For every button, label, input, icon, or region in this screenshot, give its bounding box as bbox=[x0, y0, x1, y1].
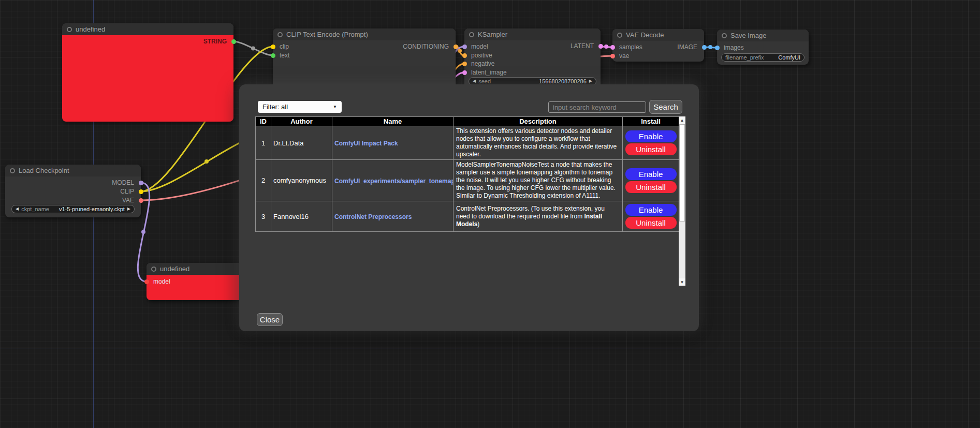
input-dot-negative[interactable] bbox=[462, 62, 467, 66]
previous-arrow-icon[interactable]: ◀ bbox=[16, 207, 19, 211]
table-header-row: ID Author Name Description Install bbox=[256, 117, 679, 126]
cell-id: 2 bbox=[256, 160, 271, 201]
input-dot-vae[interactable] bbox=[610, 54, 615, 58]
enable-button[interactable]: Enable bbox=[625, 168, 677, 180]
node-title-bar[interactable]: VAE Decode bbox=[612, 29, 704, 41]
node-title-bar[interactable]: undefined bbox=[147, 263, 250, 275]
filter-select[interactable]: Filter: all ▼ bbox=[258, 101, 342, 113]
collapse-icon[interactable] bbox=[67, 27, 72, 32]
node-undefined-bottom[interactable]: undefined model bbox=[147, 263, 250, 300]
enable-button[interactable]: Enable bbox=[625, 204, 677, 216]
collapse-icon[interactable] bbox=[277, 32, 283, 37]
input-slot-text[interactable]: text bbox=[273, 52, 456, 59]
output-dot-model[interactable] bbox=[139, 181, 143, 185]
widget-value: ComfyUI bbox=[778, 54, 800, 61]
decrement-arrow-icon[interactable]: ◀ bbox=[473, 79, 476, 83]
next-arrow-icon[interactable]: ▶ bbox=[127, 207, 130, 211]
collapse-icon[interactable] bbox=[10, 168, 15, 173]
output-slot-conditioning[interactable]: CONDITIONING bbox=[273, 43, 456, 50]
collapse-icon[interactable] bbox=[722, 33, 727, 38]
input-dot-positive[interactable] bbox=[462, 53, 467, 58]
missing-node-body bbox=[62, 35, 233, 122]
output-dot-latent[interactable] bbox=[598, 44, 603, 49]
node-title-bar[interactable]: KSampler bbox=[464, 28, 601, 40]
output-dot-clip[interactable] bbox=[139, 189, 143, 194]
cell-name: ComfyUI Impact Pack bbox=[332, 126, 454, 160]
node-undefined-top[interactable]: undefined STRING bbox=[62, 23, 233, 122]
slot-label: LATENT bbox=[571, 42, 594, 50]
collapse-icon[interactable] bbox=[469, 32, 474, 37]
output-dot-image[interactable] bbox=[702, 45, 707, 50]
cell-name: ComfyUI_experiments/sampler_tonemap bbox=[332, 160, 454, 201]
node-vae-decode[interactable]: VAE Decode samples vae IMAGE bbox=[612, 29, 704, 62]
output-dot-string[interactable] bbox=[231, 39, 236, 44]
input-dot-latent-image[interactable] bbox=[462, 70, 467, 75]
input-slot-model[interactable]: model bbox=[147, 278, 250, 285]
slot-label: vae bbox=[619, 52, 629, 60]
table-scrollbar[interactable]: ▲ ▼ bbox=[679, 116, 685, 286]
input-slot-images[interactable]: images bbox=[717, 44, 809, 51]
node-save-image[interactable]: Save Image images filename_prefix ComfyU… bbox=[717, 29, 809, 65]
custom-nodes-manager-dialog: Filter: all ▼ Search ID Author Name Desc… bbox=[239, 84, 699, 331]
filename-prefix-widget[interactable]: filename_prefix ComfyUI bbox=[721, 53, 805, 62]
scrollbar-thumb[interactable] bbox=[679, 124, 685, 222]
cell-install: EnableUninstall bbox=[623, 201, 679, 232]
uninstall-button[interactable]: Uninstall bbox=[625, 217, 677, 229]
cell-author: comfyanonymous bbox=[271, 160, 332, 201]
input-slot-vae[interactable]: vae bbox=[612, 52, 704, 60]
node-title: CLIP Text Encode (Prompt) bbox=[286, 31, 368, 38]
header-description: Description bbox=[454, 117, 623, 126]
slot-label: VAE bbox=[122, 197, 134, 204]
input-dot-images[interactable] bbox=[715, 46, 720, 50]
filter-select-label: Filter: all bbox=[262, 103, 288, 111]
ckpt-name-widget[interactable]: ◀ ckpt_name v1-5-pruned-emaonly.ckpt ▶ bbox=[11, 205, 135, 213]
increment-arrow-icon[interactable]: ▶ bbox=[589, 79, 592, 83]
output-slot-image[interactable]: IMAGE bbox=[612, 43, 704, 51]
search-input[interactable] bbox=[548, 101, 646, 113]
node-title: VAE Decode bbox=[626, 31, 664, 39]
input-slot-negative[interactable]: negative bbox=[464, 60, 601, 67]
extension-name-link[interactable]: ControlNet Preprocessors bbox=[334, 213, 412, 220]
link-midpoint-dot bbox=[458, 49, 462, 53]
enable-button[interactable]: Enable bbox=[625, 130, 677, 142]
extension-name-link[interactable]: ComfyUI_experiments/sampler_tonemap bbox=[334, 178, 454, 185]
slot-label: text bbox=[280, 52, 289, 59]
node-title-bar[interactable]: Load Checkpoint bbox=[5, 165, 141, 176]
output-dot-vae[interactable] bbox=[139, 198, 143, 203]
scroll-down-icon[interactable]: ▼ bbox=[679, 278, 685, 286]
output-slot-clip[interactable]: CLIP bbox=[5, 188, 141, 195]
slot-label: MODEL bbox=[112, 179, 134, 186]
widget-name: seed bbox=[478, 78, 491, 84]
collapse-icon[interactable] bbox=[151, 267, 156, 272]
node-title-bar[interactable]: CLIP Text Encode (Prompt) bbox=[273, 28, 456, 40]
node-title-bar[interactable]: undefined bbox=[62, 23, 233, 35]
output-slot-string[interactable]: STRING bbox=[62, 38, 233, 45]
input-dot-text[interactable] bbox=[271, 53, 275, 58]
node-load-checkpoint[interactable]: Load Checkpoint MODEL CLIP VAE ◀ ckpt_na… bbox=[5, 165, 141, 217]
table-row: 3Fannovel16ControlNet PreprocessorsContr… bbox=[256, 201, 679, 232]
uninstall-button[interactable]: Uninstall bbox=[625, 143, 677, 155]
output-slot-model[interactable]: MODEL bbox=[5, 179, 141, 186]
node-graph-canvas[interactable]: undefined STRING CLIP Text Encode (Promp… bbox=[0, 0, 980, 428]
extension-name-link[interactable]: ComfyUI Impact Pack bbox=[334, 140, 398, 147]
output-slot-vae[interactable]: VAE bbox=[5, 197, 141, 204]
uninstall-button[interactable]: Uninstall bbox=[625, 181, 677, 193]
input-slot-latent-image[interactable]: latent_image bbox=[464, 69, 601, 76]
scroll-up-icon[interactable]: ▲ bbox=[679, 116, 685, 124]
extension-table-body: 1Dr.Lt.DataComfyUI Impact PackThis exten… bbox=[256, 126, 679, 232]
collapse-icon[interactable] bbox=[617, 33, 622, 38]
node-title-bar[interactable]: Save Image bbox=[717, 29, 809, 41]
cell-description: This extension offers various detector n… bbox=[454, 126, 623, 160]
close-button[interactable]: Close bbox=[257, 313, 283, 326]
output-slot-latent[interactable]: LATENT bbox=[464, 42, 601, 50]
input-dot-model[interactable] bbox=[144, 279, 149, 284]
search-button[interactable]: Search bbox=[649, 100, 682, 114]
header-author: Author bbox=[271, 117, 332, 126]
slot-label: latent_image bbox=[471, 69, 507, 76]
header-name: Name bbox=[332, 117, 454, 126]
header-install: Install bbox=[623, 117, 679, 126]
input-slot-positive[interactable]: positive bbox=[464, 52, 601, 59]
description-text: ) bbox=[477, 220, 479, 228]
output-dot-conditioning[interactable] bbox=[454, 45, 458, 49]
table-row: 1Dr.Lt.DataComfyUI Impact PackThis exten… bbox=[256, 126, 679, 160]
